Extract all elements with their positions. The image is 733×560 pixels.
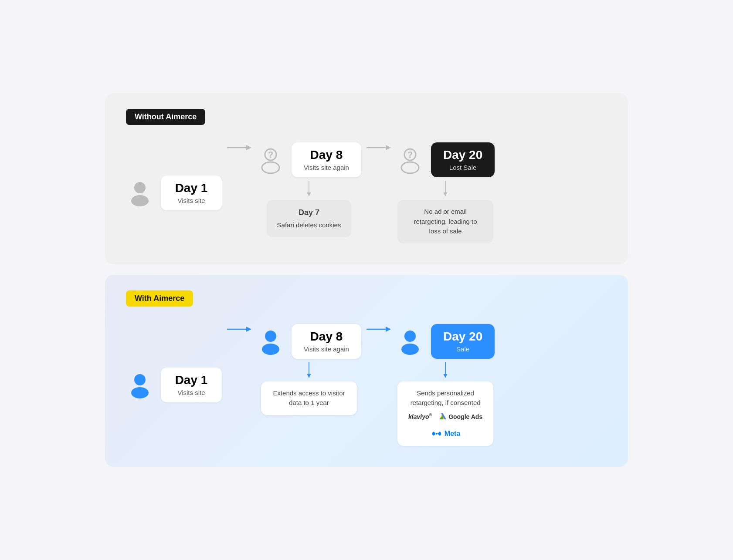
with-day8-label: Day 8	[304, 330, 349, 344]
without-arrow2	[361, 142, 396, 153]
without-down-arrow1	[304, 181, 314, 196]
without-step2-row: ? Day 8 Visits site again	[257, 142, 361, 177]
klaviyo-brand: klaviyo®	[408, 412, 432, 422]
without-day20-sub: Lost Sale	[443, 164, 482, 171]
svg-marker-29	[444, 374, 448, 378]
brands-row: klaviyo® Google Ads	[408, 412, 483, 439]
without-day1-sub: Visits site	[173, 197, 210, 204]
without-note1-box: Day 7 Safari deletes cookies	[267, 200, 352, 237]
without-day1-label: Day 1	[173, 182, 210, 195]
without-down-arrow2	[440, 181, 451, 196]
with-day20-sub: Sale	[443, 345, 482, 353]
without-day8-label: Day 8	[304, 148, 349, 162]
with-day1-sub: Visits site	[173, 389, 210, 396]
meta-brand: Meta	[431, 428, 460, 439]
google-ads-icon	[439, 413, 447, 421]
svg-point-21	[262, 344, 279, 355]
with-step2-group: Day 8 Visits site again Extends access t…	[257, 324, 361, 415]
with-step2-row: Day 8 Visits site again	[257, 324, 361, 359]
with-person1-icon	[126, 371, 154, 399]
svg-text:?: ?	[407, 150, 413, 159]
without-arrow1	[222, 142, 257, 153]
with-note1-text: Extends access to visitor data to 1 year	[271, 388, 346, 408]
without-note2-text: No ad or email retargeting, leading to l…	[408, 207, 483, 236]
svg-marker-10	[386, 145, 391, 150]
without-step3-row: ? Day 20 Lost Sale	[396, 142, 495, 177]
with-badge: With Aimerce	[126, 290, 193, 307]
with-person2-icon	[257, 327, 285, 355]
with-flow: Day 1 Visits site	[126, 324, 607, 446]
without-step2-group: ? Day 8 Visits site again Day 7	[257, 142, 361, 237]
without-flow: Day 1 Visits site ?	[126, 142, 607, 243]
without-day8-sub: Visits site again	[304, 164, 349, 171]
svg-marker-23	[307, 374, 311, 378]
without-note2-box: No ad or email retargeting, leading to l…	[397, 200, 493, 243]
google-ads-label: Google Ads	[448, 412, 482, 422]
svg-text:?: ?	[268, 150, 273, 159]
without-day8-box: Day 8 Visits site again	[292, 142, 361, 177]
with-day8-sub: Visits site again	[304, 345, 349, 353]
without-day20-label: Day 20	[443, 148, 482, 162]
with-note2-text: Sends personalized retargeting, if conse…	[408, 388, 483, 408]
without-person2-icon: ?	[257, 146, 285, 174]
google-ads-brand: Google Ads	[439, 412, 482, 422]
without-note1-sub: Safari deletes cookies	[277, 220, 341, 230]
with-day20-box: Day 20 Sale	[431, 324, 495, 359]
meta-label: Meta	[445, 428, 460, 439]
svg-point-16	[134, 374, 146, 385]
with-step1-group: Day 1 Visits site	[126, 368, 222, 402]
with-panel: With Aimerce Day 1 Visits site	[105, 275, 628, 467]
svg-marker-19	[246, 327, 251, 332]
svg-point-26	[404, 331, 416, 342]
svg-marker-3	[246, 145, 251, 150]
with-note2-box: Sends personalized retargeting, if conse…	[397, 381, 493, 446]
meta-icon	[431, 430, 443, 437]
main-container: Without Aimerce Day 1 Visits site	[105, 93, 628, 466]
svg-point-5	[262, 162, 279, 173]
with-arrow1	[222, 324, 257, 334]
svg-point-1	[131, 195, 149, 206]
svg-marker-15	[444, 192, 448, 196]
with-day20-label: Day 20	[443, 330, 482, 344]
with-step3-group: Day 20 Sale Sends personalized retargeti…	[396, 324, 495, 446]
svg-point-12	[401, 162, 419, 173]
with-arrow2	[361, 324, 396, 334]
without-person3-icon: ?	[396, 146, 424, 174]
with-note1-box: Extends access to visitor data to 1 year	[261, 381, 357, 415]
svg-point-27	[401, 344, 419, 355]
with-down-arrow2	[440, 362, 451, 378]
with-step3-row: Day 20 Sale	[396, 324, 495, 359]
with-person3-icon	[396, 327, 424, 355]
svg-point-20	[265, 331, 276, 342]
without-step1-group: Day 1 Visits site	[126, 175, 222, 210]
svg-point-17	[131, 387, 149, 398]
without-badge: Without Aimerce	[126, 109, 205, 125]
svg-marker-8	[307, 192, 311, 196]
without-day20-box: Day 20 Lost Sale	[431, 142, 495, 177]
with-day8-box: Day 8 Visits site again	[292, 324, 361, 359]
svg-marker-25	[386, 327, 391, 332]
without-note1-day: Day 7	[277, 207, 341, 219]
without-person1-icon	[126, 179, 154, 207]
without-step3-group: ? Day 20 Lost Sale No ad or email re	[396, 142, 495, 243]
without-day1-box: Day 1 Visits site	[161, 175, 222, 210]
without-panel: Without Aimerce Day 1 Visits site	[105, 93, 628, 264]
svg-point-0	[134, 182, 146, 193]
with-day1-box: Day 1 Visits site	[161, 368, 222, 402]
with-day1-label: Day 1	[173, 374, 210, 387]
with-down-arrow1	[304, 362, 314, 378]
